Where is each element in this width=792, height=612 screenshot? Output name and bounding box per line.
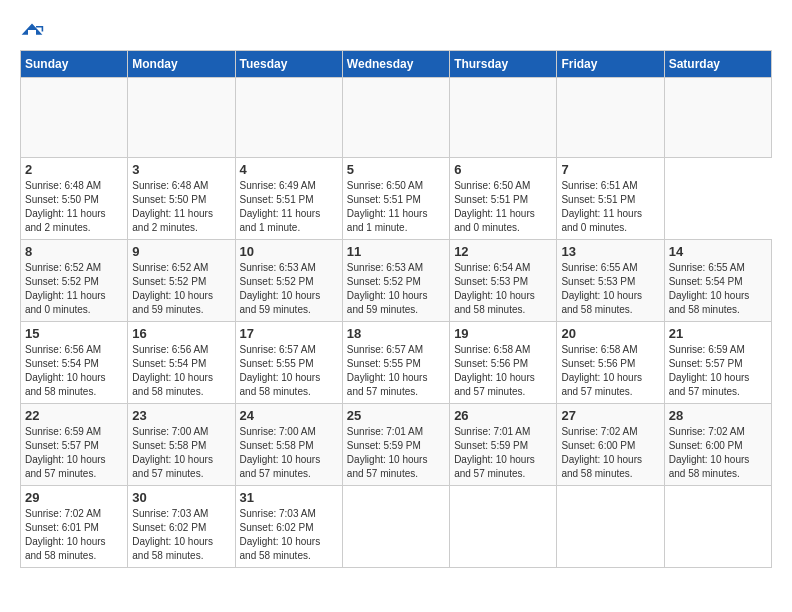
day-number: 25 [347, 408, 445, 423]
day-number: 26 [454, 408, 552, 423]
day-number: 27 [561, 408, 659, 423]
calendar-cell [664, 486, 771, 568]
calendar-cell: 17 Sunrise: 6:57 AMSunset: 5:55 PMDaylig… [235, 322, 342, 404]
day-number: 20 [561, 326, 659, 341]
day-info: Sunrise: 6:56 AMSunset: 5:54 PMDaylight:… [132, 344, 213, 397]
calendar-week-row: 8 Sunrise: 6:52 AMSunset: 5:52 PMDayligh… [21, 240, 772, 322]
day-number: 23 [132, 408, 230, 423]
day-info: Sunrise: 6:55 AMSunset: 5:54 PMDaylight:… [669, 262, 750, 315]
calendar-cell: 18 Sunrise: 6:57 AMSunset: 5:55 PMDaylig… [342, 322, 449, 404]
header-thursday: Thursday [450, 51, 557, 78]
day-info: Sunrise: 6:52 AMSunset: 5:52 PMDaylight:… [132, 262, 213, 315]
calendar-cell [128, 78, 235, 158]
day-info: Sunrise: 6:59 AMSunset: 5:57 PMDaylight:… [25, 426, 106, 479]
header-friday: Friday [557, 51, 664, 78]
calendar-table: SundayMondayTuesdayWednesdayThursdayFrid… [20, 50, 772, 568]
calendar-cell [342, 78, 449, 158]
day-number: 21 [669, 326, 767, 341]
day-info: Sunrise: 6:51 AMSunset: 5:51 PMDaylight:… [561, 180, 642, 233]
day-info: Sunrise: 6:54 AMSunset: 5:53 PMDaylight:… [454, 262, 535, 315]
calendar-cell: 11 Sunrise: 6:53 AMSunset: 5:52 PMDaylig… [342, 240, 449, 322]
calendar-cell: 6 Sunrise: 6:50 AMSunset: 5:51 PMDayligh… [450, 158, 557, 240]
header-sunday: Sunday [21, 51, 128, 78]
day-info: Sunrise: 6:56 AMSunset: 5:54 PMDaylight:… [25, 344, 106, 397]
day-number: 10 [240, 244, 338, 259]
day-number: 14 [669, 244, 767, 259]
day-info: Sunrise: 6:50 AMSunset: 5:51 PMDaylight:… [347, 180, 428, 233]
day-number: 31 [240, 490, 338, 505]
day-info: Sunrise: 7:01 AMSunset: 5:59 PMDaylight:… [347, 426, 428, 479]
day-info: Sunrise: 7:02 AMSunset: 6:00 PMDaylight:… [669, 426, 750, 479]
day-number: 18 [347, 326, 445, 341]
calendar-cell: 13 Sunrise: 6:55 AMSunset: 5:53 PMDaylig… [557, 240, 664, 322]
calendar-cell [557, 486, 664, 568]
day-number: 11 [347, 244, 445, 259]
day-number: 17 [240, 326, 338, 341]
day-number: 4 [240, 162, 338, 177]
calendar-week-row: 22 Sunrise: 6:59 AMSunset: 5:57 PMDaylig… [21, 404, 772, 486]
day-info: Sunrise: 6:58 AMSunset: 5:56 PMDaylight:… [561, 344, 642, 397]
day-number: 13 [561, 244, 659, 259]
calendar-cell: 19 Sunrise: 6:58 AMSunset: 5:56 PMDaylig… [450, 322, 557, 404]
calendar-cell: 3 Sunrise: 6:48 AMSunset: 5:50 PMDayligh… [128, 158, 235, 240]
day-info: Sunrise: 6:48 AMSunset: 5:50 PMDaylight:… [132, 180, 213, 233]
header-wednesday: Wednesday [342, 51, 449, 78]
calendar-cell [235, 78, 342, 158]
day-number: 29 [25, 490, 123, 505]
day-number: 3 [132, 162, 230, 177]
calendar-cell: 21 Sunrise: 6:59 AMSunset: 5:57 PMDaylig… [664, 322, 771, 404]
calendar-cell: 5 Sunrise: 6:50 AMSunset: 5:51 PMDayligh… [342, 158, 449, 240]
day-info: Sunrise: 7:03 AMSunset: 6:02 PMDaylight:… [240, 508, 321, 561]
calendar-week-row: 15 Sunrise: 6:56 AMSunset: 5:54 PMDaylig… [21, 322, 772, 404]
calendar-cell [664, 78, 771, 158]
day-info: Sunrise: 7:02 AMSunset: 6:00 PMDaylight:… [561, 426, 642, 479]
day-number: 15 [25, 326, 123, 341]
day-number: 22 [25, 408, 123, 423]
header-section [20, 20, 772, 40]
day-number: 30 [132, 490, 230, 505]
calendar-cell: 26 Sunrise: 7:01 AMSunset: 5:59 PMDaylig… [450, 404, 557, 486]
day-info: Sunrise: 6:48 AMSunset: 5:50 PMDaylight:… [25, 180, 106, 233]
calendar-cell: 22 Sunrise: 6:59 AMSunset: 5:57 PMDaylig… [21, 404, 128, 486]
calendar-cell: 20 Sunrise: 6:58 AMSunset: 5:56 PMDaylig… [557, 322, 664, 404]
calendar-cell [557, 78, 664, 158]
calendar-cell: 16 Sunrise: 6:56 AMSunset: 5:54 PMDaylig… [128, 322, 235, 404]
day-number: 7 [561, 162, 659, 177]
day-number: 24 [240, 408, 338, 423]
calendar-cell: 10 Sunrise: 6:53 AMSunset: 5:52 PMDaylig… [235, 240, 342, 322]
calendar-cell: 12 Sunrise: 6:54 AMSunset: 5:53 PMDaylig… [450, 240, 557, 322]
day-info: Sunrise: 6:58 AMSunset: 5:56 PMDaylight:… [454, 344, 535, 397]
day-info: Sunrise: 7:00 AMSunset: 5:58 PMDaylight:… [132, 426, 213, 479]
calendar-cell [450, 486, 557, 568]
day-number: 9 [132, 244, 230, 259]
day-info: Sunrise: 7:02 AMSunset: 6:01 PMDaylight:… [25, 508, 106, 561]
day-info: Sunrise: 6:53 AMSunset: 5:52 PMDaylight:… [240, 262, 321, 315]
calendar-header-row: SundayMondayTuesdayWednesdayThursdayFrid… [21, 51, 772, 78]
day-number: 8 [25, 244, 123, 259]
calendar-week-row: 2 Sunrise: 6:48 AMSunset: 5:50 PMDayligh… [21, 158, 772, 240]
calendar-cell: 31 Sunrise: 7:03 AMSunset: 6:02 PMDaylig… [235, 486, 342, 568]
day-info: Sunrise: 6:57 AMSunset: 5:55 PMDaylight:… [347, 344, 428, 397]
calendar-cell [21, 78, 128, 158]
header-monday: Monday [128, 51, 235, 78]
calendar-week-row: 29 Sunrise: 7:02 AMSunset: 6:01 PMDaylig… [21, 486, 772, 568]
calendar-cell: 30 Sunrise: 7:03 AMSunset: 6:02 PMDaylig… [128, 486, 235, 568]
calendar-cell: 9 Sunrise: 6:52 AMSunset: 5:52 PMDayligh… [128, 240, 235, 322]
day-number: 5 [347, 162, 445, 177]
calendar-cell [450, 78, 557, 158]
calendar-cell: 15 Sunrise: 6:56 AMSunset: 5:54 PMDaylig… [21, 322, 128, 404]
calendar-cell: 14 Sunrise: 6:55 AMSunset: 5:54 PMDaylig… [664, 240, 771, 322]
day-number: 28 [669, 408, 767, 423]
day-info: Sunrise: 6:53 AMSunset: 5:52 PMDaylight:… [347, 262, 428, 315]
calendar-cell: 29 Sunrise: 7:02 AMSunset: 6:01 PMDaylig… [21, 486, 128, 568]
day-info: Sunrise: 6:59 AMSunset: 5:57 PMDaylight:… [669, 344, 750, 397]
logo [20, 20, 48, 40]
calendar-cell: 28 Sunrise: 7:02 AMSunset: 6:00 PMDaylig… [664, 404, 771, 486]
calendar-cell [342, 486, 449, 568]
calendar-cell: 25 Sunrise: 7:01 AMSunset: 5:59 PMDaylig… [342, 404, 449, 486]
day-info: Sunrise: 7:03 AMSunset: 6:02 PMDaylight:… [132, 508, 213, 561]
day-number: 19 [454, 326, 552, 341]
day-info: Sunrise: 6:52 AMSunset: 5:52 PMDaylight:… [25, 262, 106, 315]
calendar-cell: 4 Sunrise: 6:49 AMSunset: 5:51 PMDayligh… [235, 158, 342, 240]
day-number: 12 [454, 244, 552, 259]
